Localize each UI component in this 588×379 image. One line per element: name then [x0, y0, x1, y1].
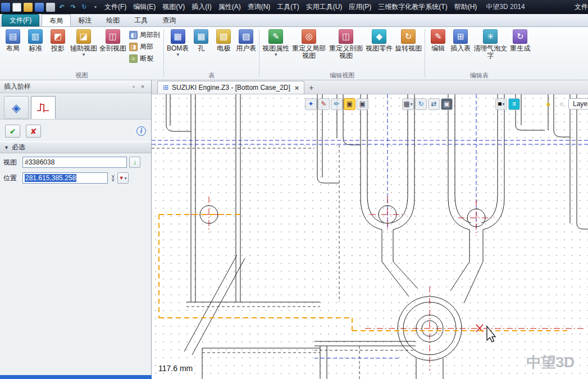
menu-edit[interactable]: 编辑(E)	[130, 0, 159, 14]
view-input[interactable]: #3386038	[22, 157, 127, 168]
view-part-button[interactable]: ◆ 视图零件	[364, 28, 394, 54]
pick-view-button[interactable]: ↓	[129, 157, 140, 168]
view-part-icon: ◆	[372, 29, 386, 44]
check-icon: ✔	[10, 127, 16, 136]
ok-button[interactable]: ✔	[5, 125, 20, 138]
picker-caret-icon: ▾	[125, 176, 127, 181]
position-input[interactable]: 281.615,385.258	[22, 172, 108, 184]
color-swatch-icon[interactable]: ■▾	[495, 98, 507, 110]
tab-layout[interactable]: 布局	[42, 14, 71, 26]
full-section-icon: ◫	[106, 29, 120, 44]
clean-balloon-text-button[interactable]: ✳ 清理气泡文字	[472, 28, 509, 61]
section-collapse-caret-icon: ▼	[4, 145, 9, 150]
position-field-row: 位置 281.615,385.258 ∨ ∨ ▼ ▾	[0, 169, 151, 185]
local-button[interactable]: ◨ 局部	[127, 41, 162, 53]
menu-insert[interactable]: 插入(I)	[188, 0, 215, 14]
ribbon-group-edit-view: ✎ 视图属性 ▾ ◎ 重定义局部视图 ◫ 重定义剖面视图 ◆ 视图零件 ↻ 旋转…	[259, 27, 425, 80]
required-section-header[interactable]: ▼ 必选	[0, 141, 151, 153]
edit-icon: ✎	[431, 29, 445, 44]
display-mode-icon[interactable]: ▣	[441, 98, 453, 110]
centerlines	[191, 197, 585, 371]
document-tab[interactable]: ⊞ SUZUKI Engine.Z3 - [Bottom Case_2D] ×	[157, 81, 304, 94]
bulb-icon[interactable]: ●	[543, 98, 554, 110]
tab-inquire[interactable]: 查询	[155, 14, 183, 26]
view-field-row: 视图 #3386038 ↓	[0, 153, 151, 169]
view-small-buttons: ◧ 局部剖 ◨ 局部 ≈ 断裂	[127, 28, 162, 65]
regenerate-table-button[interactable]: ↻ 重生成	[509, 28, 531, 54]
status-bar	[0, 375, 152, 379]
point-picker-button[interactable]: ▼ ▾	[117, 172, 129, 184]
layout-icon: ▤	[6, 29, 20, 44]
tab-annotation[interactable]: 标注	[71, 14, 99, 26]
sketch-pencil-icon[interactable]: ✏	[331, 98, 343, 110]
regen-view-icon[interactable]: ↻	[415, 98, 427, 110]
layers-icon[interactable]: ≡	[508, 98, 520, 110]
ribbon: ▤ 布局 ▥ 标准 ◩ 投影 ◪ 辅助视图 ▾ ◫ 全剖视图	[0, 27, 588, 80]
panel-close-icon[interactable]: ×	[138, 83, 147, 90]
tab-drawing[interactable]: 绘图	[99, 14, 127, 26]
panel-tab-section-line[interactable]	[31, 96, 56, 119]
menu-view[interactable]: 视图(V)	[159, 0, 188, 14]
document-close-icon[interactable]: ×	[295, 84, 299, 92]
part-outline-right	[516, 94, 588, 229]
document-tab-icon: ⊞	[163, 84, 168, 92]
standard-view-icon: ▥	[28, 29, 43, 44]
standard-view-button[interactable]: ▥ 标准	[24, 28, 47, 54]
file-tab-button[interactable]: 文件(F)	[2, 14, 39, 26]
fly-through-icon[interactable]: ✦	[305, 98, 317, 110]
menu-help[interactable]: 帮助(H)	[451, 0, 481, 14]
undo-icon[interactable]: ↶	[57, 3, 66, 12]
redefine-section-view-button[interactable]: ◫ 重定义剖面视图	[327, 28, 364, 61]
markup-pencil-icon[interactable]: ✎	[318, 98, 330, 110]
menu-inquire[interactable]: 查询(N)	[244, 0, 274, 14]
refresh-icon[interactable]: ↻	[80, 3, 89, 12]
menu-tools[interactable]: 工具(T)	[274, 0, 302, 14]
insert-table-button[interactable]: ⊞ 插入表	[449, 28, 472, 54]
menu-attributes[interactable]: 属性(A)	[215, 0, 244, 14]
expand-chevrons-icon[interactable]: ∨ ∨	[111, 175, 115, 181]
auxiliary-view-button[interactable]: ◪ 辅助视图 ▾	[69, 28, 98, 58]
view-boundary[interactable]	[159, 214, 567, 331]
view-attributes-button[interactable]: ✎ 视图属性 ▾	[261, 28, 290, 58]
electrode-table-button[interactable]: ▧ 电极	[212, 28, 235, 54]
new-file-icon[interactable]	[12, 3, 21, 12]
edit-button[interactable]: ✎ 编辑	[427, 28, 449, 54]
required-section-label: 必选	[12, 143, 25, 152]
grid-snap-icon[interactable]: ▦▾	[402, 98, 414, 110]
toolbar-options-caret-icon[interactable]: ▾	[91, 3, 100, 12]
layer-toggle-circle-icon[interactable]: ○	[555, 98, 567, 110]
save-icon[interactable]	[35, 3, 44, 12]
panel-collapse-icon[interactable]: ▫	[129, 83, 138, 90]
rotate-view-button[interactable]: ↻ 旋转视图	[394, 28, 423, 54]
redo-icon[interactable]: ↷	[69, 3, 78, 12]
display-window-icon[interactable]: ▣	[357, 98, 368, 110]
tab-tools[interactable]: 工具	[127, 14, 155, 26]
menu-file[interactable]: 文件(F)	[101, 0, 130, 14]
drawing-svg[interactable]	[152, 94, 588, 379]
layout-button[interactable]: ▤ 布局	[2, 28, 24, 54]
user-table-button[interactable]: ▨ 用户表	[235, 28, 257, 54]
break-view-button[interactable]: ≈ 断裂	[127, 53, 162, 65]
cancel-button[interactable]: ✘	[26, 125, 41, 138]
hole-table-button[interactable]: ▦ 孔	[190, 28, 212, 54]
regenerate-table-icon: ↻	[513, 29, 527, 44]
bom-table-button[interactable]: ▦ BOM表 ▾	[166, 28, 190, 58]
info-button[interactable]: i	[136, 126, 146, 136]
projection-button[interactable]: ◩ 投影	[47, 28, 69, 54]
menu-applications[interactable]: 应用(P)	[345, 0, 375, 14]
menu-utilities[interactable]: 实用工具(U)	[303, 0, 346, 14]
layer-dropdown[interactable]: Layer ▾	[568, 98, 588, 109]
menu-teaching-system[interactable]: 三维数字化教学系统(T)	[375, 0, 450, 14]
redefine-local-view-button[interactable]: ◎ 重定义局部视图	[290, 28, 327, 61]
full-section-button[interactable]: ◫ 全剖视图	[98, 28, 127, 54]
open-folder-icon[interactable]	[24, 3, 33, 12]
print-icon[interactable]	[46, 3, 55, 12]
new-document-tab-button[interactable]: +	[304, 81, 318, 94]
panel-tab-general[interactable]: ◈	[4, 96, 29, 119]
zoom-fit-icon[interactable]: ⇄	[428, 98, 440, 110]
drawing-canvas[interactable]: ✦ ✎ ✏ ▣ ▣ ▦▾ ↻ ⇄ ▣ ■▾ ≡ ● ○ Layer ▾ 117.…	[152, 94, 588, 379]
local-section-button[interactable]: ◧ 局部剖	[127, 29, 162, 41]
panel-tab-bar: ◈	[0, 93, 151, 120]
user-table-icon: ▨	[239, 29, 253, 44]
active-tool-icon[interactable]: ▣	[344, 98, 355, 110]
